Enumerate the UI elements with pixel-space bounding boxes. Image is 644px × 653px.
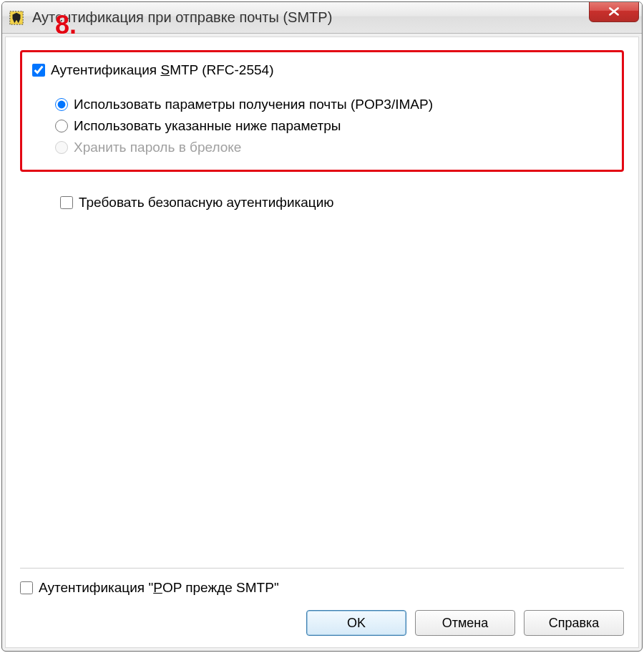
radio-keychain-label: Хранить пароль в брелоке (74, 140, 241, 155)
require-secure-auth-checkbox[interactable] (60, 196, 73, 209)
radio-keychain: Хранить пароль в брелоке (55, 137, 612, 158)
dialog-window: Аутентификация при отправке почты (SMTP)… (1, 1, 643, 652)
button-row: OK Отмена Справка (20, 601, 624, 636)
ok-button[interactable]: OK (306, 610, 406, 636)
titlebar: Аутентификация при отправке почты (SMTP) (2, 2, 642, 34)
app-icon (8, 9, 25, 26)
require-secure-auth-row[interactable]: Требовать безопасную аутентификацию (60, 192, 624, 213)
spacer (20, 213, 624, 562)
require-secure-auth-label: Требовать безопасную аутентификацию (79, 195, 334, 211)
divider (20, 568, 624, 569)
cancel-button[interactable]: Отмена (415, 610, 515, 636)
help-button[interactable]: Справка (524, 610, 624, 636)
smtp-auth-checkbox-row[interactable]: Аутентификация SMTP (RFC-2554) (32, 59, 612, 81)
radio-use-below-input[interactable] (55, 120, 68, 132)
pop-before-smtp-checkbox[interactable] (20, 581, 33, 594)
pop-before-smtp-row[interactable]: Аутентификация "POP прежде SMTP" (20, 577, 624, 601)
radio-use-pop-imap[interactable]: Использовать параметры получения почты (… (55, 94, 612, 115)
radio-use-pop-imap-label: Использовать параметры получения почты (… (74, 97, 433, 112)
radio-use-pop-imap-input[interactable] (55, 98, 68, 111)
close-button[interactable] (589, 1, 639, 22)
smtp-auth-radio-group: Использовать параметры получения почты (… (32, 81, 612, 158)
window-title: Аутентификация при отправке почты (SMTP) (32, 9, 332, 26)
dialog-content: Аутентификация SMTP (RFC-2554) Использов… (5, 37, 639, 648)
radio-use-below-label: Использовать указанные ниже параметры (74, 118, 341, 134)
close-icon (608, 6, 620, 16)
smtp-auth-group-highlight: Аутентификация SMTP (RFC-2554) Использов… (20, 50, 624, 172)
radio-keychain-input (55, 141, 68, 154)
radio-use-below[interactable]: Использовать указанные ниже параметры (55, 115, 612, 137)
smtp-auth-checkbox[interactable] (32, 64, 45, 77)
require-secure-auth-row-wrapper: Требовать безопасную аутентификацию (20, 178, 624, 213)
smtp-auth-label: Аутентификация SMTP (RFC-2554) (51, 62, 273, 78)
pop-before-smtp-label: Аутентификация "POP прежде SMTP" (39, 580, 279, 596)
